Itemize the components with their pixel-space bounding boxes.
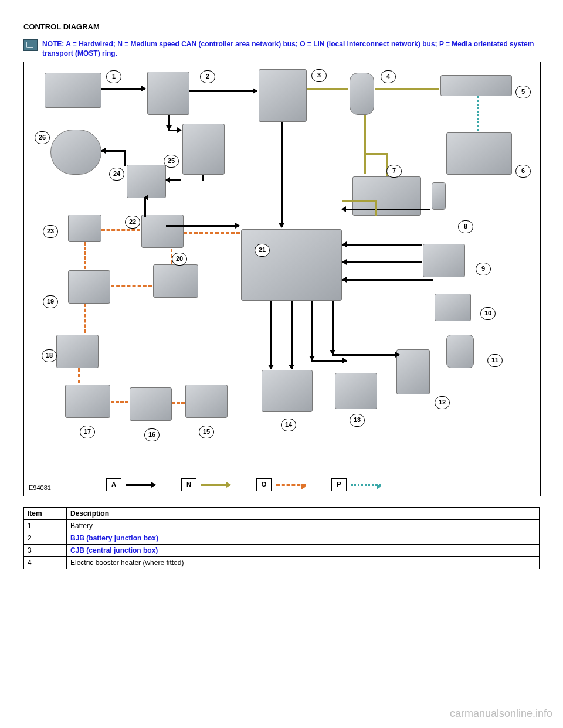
- callout-17: 17: [80, 426, 95, 438]
- description-table: Item Description 1 Battery 2 BJB (batter…: [23, 507, 540, 569]
- table-cell-item: 2: [24, 532, 67, 545]
- callout-14: 14: [281, 419, 296, 431]
- part-actuator-12-icon: [396, 349, 430, 394]
- note-block: NOTE: A = Hardwired; N = Medium speed CA…: [23, 39, 540, 58]
- legend-box-N: N: [181, 478, 196, 491]
- callout-7: 7: [386, 165, 402, 178]
- table-header-desc: Description: [67, 508, 540, 520]
- part-fusebox-25-icon: [182, 124, 225, 175]
- callout-23: 23: [43, 225, 58, 238]
- part-stepper-20-icon: [153, 264, 198, 298]
- part-stepper-15-icon: [185, 385, 228, 418]
- callout-13: 13: [350, 414, 365, 427]
- legend-arrow-P-icon: [351, 484, 381, 486]
- table-row: 2 BJB (battery junction box): [24, 532, 540, 545]
- part-display-6-icon: [446, 132, 512, 175]
- control-diagram-figure: 1 2 3 4 5 6 7 8 9 10 11 12 13 14 15 16 1…: [23, 62, 541, 496]
- part-blower-ctrl-24-icon: [127, 165, 166, 198]
- part-sensor-9-icon: [423, 244, 465, 277]
- part-stepper-17-icon: [65, 385, 110, 418]
- part-module-21-icon: [241, 229, 342, 301]
- note-body: A = Hardwired; N = Medium speed CAN (con…: [42, 40, 534, 57]
- part-sensor-10-icon: [435, 294, 471, 321]
- callout-24: 24: [109, 168, 124, 181]
- part-stepper-22-icon: [141, 215, 184, 248]
- callout-12: 12: [435, 396, 450, 409]
- callout-15: 15: [199, 426, 214, 438]
- callout-21: 21: [255, 244, 270, 257]
- table-cell-item: 4: [24, 557, 67, 569]
- table-header-item: Item: [24, 508, 67, 520]
- table-row: 3 CJB (central junction box): [24, 545, 540, 557]
- callout-20: 20: [172, 253, 187, 266]
- part-battery-icon: [45, 73, 101, 108]
- part-booster-heater-icon: [350, 73, 374, 115]
- part-stepper-23-icon: [68, 215, 101, 242]
- callout-25: 25: [164, 155, 179, 168]
- note-text: NOTE: A = Hardwired; N = Medium speed CA…: [42, 39, 540, 58]
- table-cell-item: 3: [24, 545, 67, 557]
- callout-11: 11: [487, 354, 503, 367]
- part-transducer-11-icon: [446, 335, 474, 368]
- section-heading: CONTROL DIAGRAM: [23, 22, 540, 31]
- table-cell-item: 1: [24, 520, 67, 532]
- legend-arrow-N-icon: [201, 484, 230, 486]
- callout-16: 16: [144, 428, 160, 441]
- legend-arrow-A-icon: [126, 484, 155, 486]
- part-stepper-16-icon: [130, 387, 172, 421]
- callout-4: 4: [381, 70, 396, 83]
- table-cell-desc: Battery: [67, 520, 540, 532]
- table-cell-desc: Electric booster heater (where fitted): [67, 557, 540, 569]
- callout-2: 2: [200, 70, 215, 83]
- callout-8: 8: [458, 220, 473, 233]
- callout-1: 1: [106, 70, 121, 83]
- callout-26: 26: [35, 131, 50, 144]
- part-cjb-icon: [259, 69, 307, 122]
- legend-box-A: A: [106, 478, 121, 491]
- legend-arrow-O-icon: [276, 484, 306, 486]
- callout-3: 3: [311, 69, 327, 82]
- table-row: 1 Battery: [24, 520, 540, 532]
- table-row: 4 Electric booster heater (where fitted): [24, 557, 540, 569]
- part-compressor-14-icon: [262, 370, 313, 412]
- callout-9: 9: [476, 263, 491, 275]
- callout-5: 5: [515, 86, 531, 98]
- part-blower-26-icon: [50, 130, 101, 175]
- diagram-legend: A N O P: [106, 478, 381, 491]
- legend-box-P: P: [331, 478, 347, 491]
- part-stepper-18-icon: [56, 335, 99, 368]
- cjb-link[interactable]: CJB (central junction box): [70, 546, 158, 554]
- callout-19: 19: [43, 295, 58, 308]
- part-stepper-19-icon: [68, 270, 110, 304]
- callout-18: 18: [42, 349, 57, 362]
- table-cell-desc: CJB (central junction box): [67, 545, 540, 557]
- part-stepper-13-icon: [335, 373, 377, 409]
- part-bjb-icon: [147, 72, 189, 115]
- figure-id: E94081: [29, 484, 51, 491]
- part-module-5-icon: [440, 75, 512, 96]
- part-sensor-8-icon: [432, 182, 446, 210]
- callout-22: 22: [125, 216, 140, 229]
- callout-6: 6: [515, 165, 531, 178]
- callout-10: 10: [480, 307, 496, 320]
- table-cell-desc: BJB (battery junction box): [67, 532, 540, 545]
- bjb-link[interactable]: BJB (battery junction box): [70, 534, 158, 542]
- note-label: NOTE:: [42, 40, 64, 48]
- legend-box-O: O: [256, 478, 272, 491]
- note-info-icon: [23, 39, 38, 51]
